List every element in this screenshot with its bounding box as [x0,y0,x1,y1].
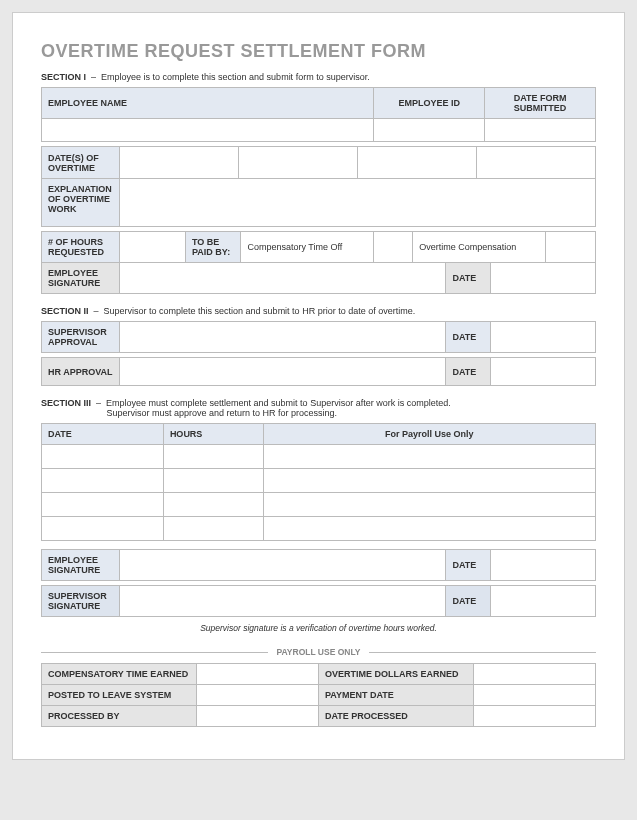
hr-approval-date-field[interactable] [490,358,595,386]
section1-table-hours: # OF HOURS REQUESTED TO BE PAID BY: Comp… [41,231,596,263]
overtime-comp-checkbox[interactable] [546,232,596,263]
label-supervisor-approval: SUPERVISOR APPROVAL [42,322,120,353]
section2-table: SUPERVISOR APPROVAL DATE [41,321,596,353]
settle-hours-1[interactable] [163,445,263,469]
section1-table-top: EMPLOYEE NAME EMPLOYEE ID DATE FORM SUBM… [41,87,596,142]
employee-sig-date-field[interactable] [490,263,595,294]
option-overtime-comp: Overtime Compensation [413,232,546,263]
emp-sig-3-field[interactable] [119,550,446,581]
hr-approval-field[interactable] [119,358,446,386]
payroll-header: PAYROLL USE ONLY [276,647,360,657]
comp-time-checkbox[interactable] [374,232,413,263]
label-sig-date: DATE [446,263,490,294]
processed-by-field[interactable] [197,706,319,727]
section2-table-hr: HR APPROVAL DATE [41,357,596,386]
payroll-divider: PAYROLL USE ONLY [41,647,596,657]
posted-field[interactable] [197,685,319,706]
settle-payroll-1[interactable] [263,445,595,469]
section3-sig-sup: SUPERVISOR SIGNATURE DATE [41,585,596,617]
payroll-table: COMPENSATORY TIME EARNED OVERTIME DOLLAR… [41,663,596,727]
label-emp-sig-3-date: DATE [446,550,490,581]
date-processed-field[interactable] [474,706,596,727]
comp-earned-field[interactable] [197,664,319,685]
settle-hours-2[interactable] [163,469,263,493]
dates-ot-field-2[interactable] [238,147,357,179]
label-processed-by: PROCESSED BY [42,706,197,727]
dates-ot-field-1[interactable] [119,147,238,179]
date-submitted-input[interactable] [491,124,589,136]
settle-hours-4[interactable] [163,517,263,541]
section2-intro: SECTION II – Supervisor to complete this… [41,306,596,316]
settle-payroll-4[interactable] [263,517,595,541]
employee-signature-field[interactable] [119,263,446,294]
payment-date-field[interactable] [474,685,596,706]
supervisor-approval-field[interactable] [119,322,446,353]
settle-hours-3[interactable] [163,493,263,517]
label-employee-signature: EMPLOYEE SIGNATURE [42,263,120,294]
label-sup-sig-3: SUPERVISOR SIGNATURE [42,586,120,617]
settle-payroll-3[interactable] [263,493,595,517]
label-hours-requested: # OF HOURS REQUESTED [42,232,120,263]
label-paid-by: TO BE PAID BY: [186,232,241,263]
section3-label: SECTION III [41,398,91,408]
col-employee-id: EMPLOYEE ID [374,88,485,119]
divider-line-right [369,652,596,653]
supervisor-approval-date-field[interactable] [490,322,595,353]
employee-name-input[interactable] [48,124,367,136]
employee-id-input[interactable] [380,124,478,136]
section1-intro: SECTION I – Employee is to complete this… [41,72,596,82]
dates-ot-field-4[interactable] [476,147,595,179]
hours-requested-input[interactable] [126,241,179,253]
section1-table-mid: DATE(S) OF OVERTIME EXPLANATION OF OVERT… [41,146,596,227]
label-dates-overtime: DATE(S) OF OVERTIME [42,147,120,179]
section3-desc2: Supervisor must approve and return to HR… [107,408,338,418]
section1-desc: Employee is to complete this section and… [101,72,370,82]
divider-line-left [41,652,268,653]
page-title: OVERTIME REQUEST SETTLEMENT FORM [41,41,596,62]
label-comp-earned: COMPENSATORY TIME EARNED [42,664,197,685]
settle-date-2[interactable] [42,469,164,493]
explanation-field[interactable] [119,179,595,227]
col-date-submitted: DATE FORM SUBMITTED [485,88,596,119]
label-sup-date: DATE [446,322,490,353]
section3-table: DATE HOURS For Payroll Use Only [41,423,596,541]
dates-ot-field-3[interactable] [357,147,476,179]
emp-sig-3-date-field[interactable] [490,550,595,581]
col-employee-name: EMPLOYEE NAME [42,88,374,119]
section1-table-sig: EMPLOYEE SIGNATURE DATE [41,262,596,294]
date-submitted-field[interactable] [485,119,596,142]
col-hours: HOURS [163,424,263,445]
sup-sig-3-field[interactable] [119,586,446,617]
label-posted: POSTED TO LEAVE SYSTEM [42,685,197,706]
col-date: DATE [42,424,164,445]
section3-intro: SECTION III – Employee must complete set… [41,398,596,418]
employee-id-field[interactable] [374,119,485,142]
settle-date-1[interactable] [42,445,164,469]
section3-desc1: Employee must complete settlement and su… [106,398,451,408]
col-payroll-use: For Payroll Use Only [263,424,595,445]
form-page: OVERTIME REQUEST SETTLEMENT FORM SECTION… [12,12,625,760]
label-ot-dollars: OVERTIME DOLLARS EARNED [318,664,473,685]
sup-sig-3-date-field[interactable] [490,586,595,617]
label-payment-date: PAYMENT DATE [318,685,473,706]
section3-sig-emp: EMPLOYEE SIGNATURE DATE [41,549,596,581]
supervisor-note: Supervisor signature is a verification o… [41,623,596,633]
ot-dollars-field[interactable] [474,664,596,685]
hours-requested-field[interactable] [119,232,185,263]
employee-name-field[interactable] [42,119,374,142]
section2-desc: Supervisor to complete this section and … [104,306,416,316]
settle-date-3[interactable] [42,493,164,517]
settle-date-4[interactable] [42,517,164,541]
option-comp-time-off: Compensatory Time Off [241,232,374,263]
section2-label: SECTION II [41,306,89,316]
label-emp-sig-3: EMPLOYEE SIGNATURE [42,550,120,581]
label-hr-approval: HR APPROVAL [42,358,120,386]
settle-payroll-2[interactable] [263,469,595,493]
section1-label: SECTION I [41,72,86,82]
label-explanation: EXPLANATION OF OVERTIME WORK [42,179,120,227]
label-sup-sig-3-date: DATE [446,586,490,617]
label-date-processed: DATE PROCESSED [318,706,473,727]
label-hr-date: DATE [446,358,490,386]
